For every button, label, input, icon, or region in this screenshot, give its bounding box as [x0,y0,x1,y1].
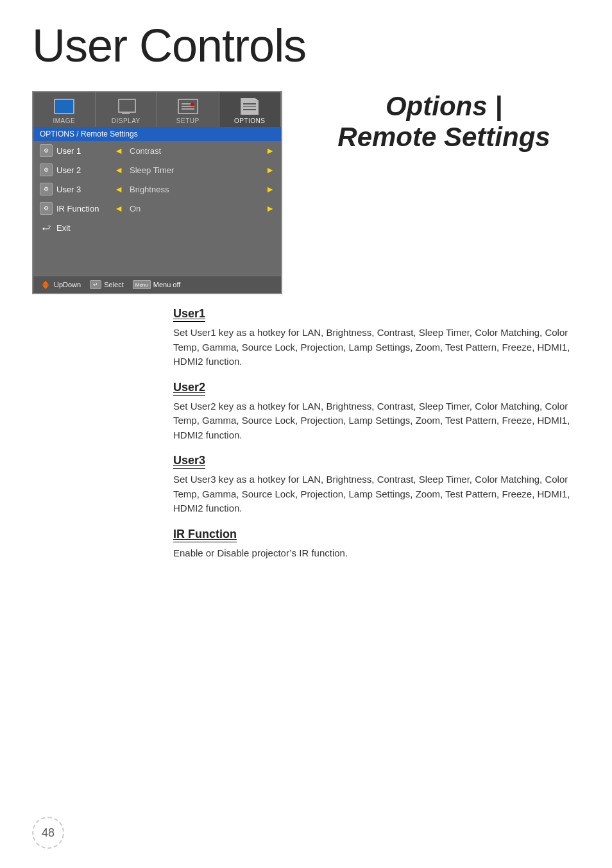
tab-image[interactable]: IMAGE [33,92,96,127]
ir-function-icon: ⚙ [40,202,53,215]
footer-select: ↵ Select [90,280,124,289]
tab-image-label: IMAGE [53,117,75,124]
section-user2: User2 Set User2 key as a hotkey for LAN,… [173,381,580,443]
display-tab-icon [114,97,137,115]
menu-item-user3[interactable]: ⚙ User 3 ◄ Brightness ► [33,179,281,199]
user1-arrow-left: ◄ [114,146,123,156]
menu-item-user2[interactable]: ⚙ User 2 ◄ Sleep Timer ► [33,160,281,179]
options-tab-icon [238,97,261,115]
user3-icon: ⚙ [40,183,53,196]
sections-area: User1 Set User1 key as a hotkey for LAN,… [0,294,612,610]
user2-text: Set User2 key as a hotkey for LAN, Brigh… [173,399,571,443]
menu-icon: Menu [133,280,151,289]
osd-breadcrumb: OPTIONS / Remote Settings [33,127,281,141]
user3-arrow-right: ► [266,184,275,194]
user1-label: User 1 [56,146,81,156]
options-title: Options | Remote Settings [308,91,580,153]
image-tab-icon [53,97,76,115]
menu-item-ir-function[interactable]: ⚙ IR Function ◄ On ► [33,199,281,218]
tab-display[interactable]: DISPLAY [96,92,158,127]
osd-tabs: IMAGE DISPLAY SETUP [33,92,281,127]
section-user3: User3 Set User3 key as a hotkey for LAN,… [173,454,580,516]
right-content: Options | Remote Settings [295,91,580,294]
user1-right-label: Contrast [130,146,161,156]
tab-options-label: OPTIONS [234,117,266,124]
user1-arrow-right: ► [266,146,275,156]
footer-updown: UpDown [40,280,81,289]
exit-icon: ⮐ [40,221,53,234]
menu-item-exit[interactable]: ⮐ Exit [33,218,281,237]
ir-function-text: Enable or Disable projector’s IR functio… [173,546,571,561]
exit-label: Exit [56,223,71,233]
user3-text: Set User3 key as a hotkey for LAN, Brigh… [173,472,571,516]
user2-label: User 2 [56,165,81,175]
osd-footer: UpDown ↵ Select Menu Menu off [33,276,281,293]
footer-menu: Menu Menu off [133,280,181,289]
user2-heading: User2 [173,381,205,396]
user3-arrow-left: ◄ [114,184,123,194]
ir-function-label: IR Function [56,204,99,213]
user2-right-label: Sleep Timer [130,165,174,175]
section-ir-function: IR Function Enable or Disable projector’… [173,528,580,561]
menuoff-label: Menu off [153,281,181,288]
ir-arrow-left: ◄ [114,203,123,213]
user3-label: User 3 [56,185,81,194]
menu-item-user1[interactable]: ⚙ User 1 ◄ Contrast ► [33,141,281,160]
options-title-line1: Options | [386,91,502,121]
user1-heading: User1 [173,307,205,322]
user1-icon: ⚙ [40,144,53,157]
osd-menu: IMAGE DISPLAY SETUP [32,91,282,294]
user2-arrow-right: ► [266,165,275,175]
user2-arrow-left: ◄ [114,165,123,175]
updown-icon [40,280,51,289]
page-title: User Controls [0,0,612,85]
user3-right-label: Brightness [130,185,169,194]
tab-options[interactable]: OPTIONS [219,92,282,127]
ir-function-right-label: On [130,204,140,213]
tab-display-label: DISPLAY [112,117,140,124]
user1-text: Set User1 key as a hotkey for LAN, Brigh… [173,326,571,369]
select-icon: ↵ [90,280,101,289]
user2-icon: ⚙ [40,163,53,176]
ir-function-heading: IR Function [173,528,237,542]
user3-heading: User3 [173,454,205,469]
updown-label: UpDown [54,281,81,288]
setup-tab-icon [176,97,200,115]
ir-arrow-right: ► [266,203,275,213]
page-number-badge: 48 [32,817,64,849]
tab-setup[interactable]: SETUP [157,92,219,127]
osd-menu-body: ⚙ User 1 ◄ Contrast ► ⚙ User 2 ◄ Sleep T… [33,141,281,276]
page-number: 48 [42,826,55,840]
tab-setup-label: SETUP [176,117,200,124]
select-label: Select [104,281,124,288]
options-title-line2: Remote Settings [337,122,550,152]
section-user1: User1 Set User1 key as a hotkey for LAN,… [173,307,580,369]
